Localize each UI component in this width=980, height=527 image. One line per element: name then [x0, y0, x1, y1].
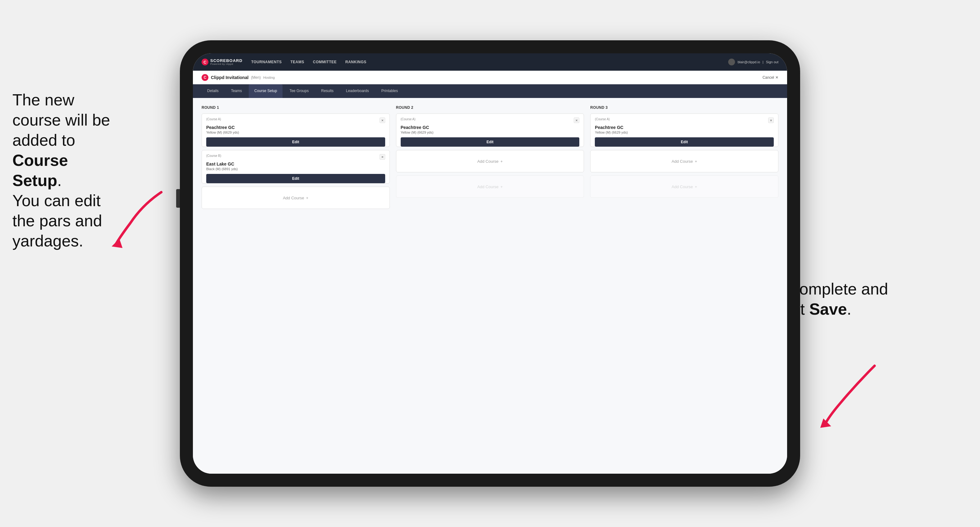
- round-2-add-course-button[interactable]: Add Course +: [396, 150, 584, 172]
- nav-logo-sub: Powered by clippd: [210, 63, 242, 65]
- round-2-add-plus-icon: +: [501, 159, 503, 163]
- round-3-add-plus-icon: +: [695, 159, 697, 163]
- round-1-column: Round 1 (Course A) ✕ Peachtree GC Yellow…: [202, 105, 390, 212]
- round-3-course-a-name: Peachtree GC: [595, 125, 774, 130]
- nav-link-tournaments[interactable]: TOURNAMENTS: [251, 59, 282, 65]
- round-3-course-a-card: (Course A) ✕ Peachtree GC Yellow (M) (66…: [590, 113, 778, 147]
- tournament-title: Clippd Invitational: [211, 75, 248, 80]
- round-3-course-a-tag: (Course A): [595, 117, 610, 121]
- course-a-edit-button[interactable]: Edit: [206, 137, 385, 147]
- round-2-course-a-card: (Course A) ✕ Peachtree GC Yellow (M) (66…: [396, 113, 584, 147]
- tab-printables[interactable]: Printables: [376, 84, 404, 98]
- tablet-device: C SCOREBOARD Powered by clippd TOURNAMEN…: [180, 40, 800, 487]
- round-2-label: Round 2: [396, 105, 584, 110]
- round-2-add-course-disabled: Add Course +: [396, 175, 584, 198]
- round-1-add-plus-icon: +: [306, 195, 309, 200]
- svg-marker-1: [820, 419, 831, 428]
- annotation-right-bold: Save: [809, 300, 846, 318]
- round-3-course-a-details: Yellow (M) (6629 yds): [595, 130, 774, 134]
- tab-teams[interactable]: Teams: [226, 84, 248, 98]
- sign-out-link[interactable]: Sign out: [766, 60, 778, 64]
- cancel-button[interactable]: Cancel ✕: [763, 75, 778, 80]
- round-2-course-a-edit-button[interactable]: Edit: [401, 137, 580, 147]
- rounds-container: Round 1 (Course A) ✕ Peachtree GC Yellow…: [202, 105, 778, 212]
- tab-details[interactable]: Details: [202, 84, 224, 98]
- round-2-column: Round 2 (Course A) ✕ Peachtree GC Yellow…: [396, 105, 584, 212]
- round-1-add-course-label: Add Course: [283, 195, 304, 200]
- round-3-column: Round 3 (Course A) ✕ Peachtree GC Yellow…: [590, 105, 778, 212]
- tournament-gender: (Men): [251, 75, 261, 80]
- course-a-name: Peachtree GC: [206, 125, 385, 130]
- nav-link-rankings[interactable]: RANKINGS: [345, 59, 367, 65]
- nav-logo-text: SCOREBOARD: [210, 59, 242, 63]
- main-content: Round 1 (Course A) ✕ Peachtree GC Yellow…: [193, 98, 787, 474]
- round-3-course-a-delete-button[interactable]: ✕: [768, 117, 774, 123]
- nav-bar: C SCOREBOARD Powered by clippd TOURNAMEN…: [193, 53, 787, 71]
- course-b-card-header: (Course B) ✕: [206, 154, 385, 160]
- round-2-course-a-details: Yellow (M) (6629 yds): [401, 130, 580, 134]
- user-avatar: [728, 59, 735, 65]
- course-card-header: (Course A) ✕: [206, 117, 385, 123]
- user-email: blair@clippd.io: [738, 60, 760, 64]
- round-1-course-b-card: (Course B) ✕ East Lake GC Black (M) (689…: [202, 150, 390, 184]
- round-2-course-a-name: Peachtree GC: [401, 125, 580, 130]
- round-1-course-a-card: (Course A) ✕ Peachtree GC Yellow (M) (66…: [202, 113, 390, 147]
- hosting-badge: Hosting: [263, 76, 275, 79]
- round-3-label: Round 3: [590, 105, 778, 110]
- tab-tee-groups[interactable]: Tee Groups: [284, 84, 314, 98]
- nav-link-teams[interactable]: TEAMS: [291, 59, 305, 65]
- tabs-bar: Details Teams Course Setup Tee Groups Re…: [193, 84, 787, 98]
- round-3-add-course-button[interactable]: Add Course +: [590, 150, 778, 172]
- tablet-screen: C SCOREBOARD Powered by clippd TOURNAMEN…: [193, 53, 787, 474]
- round-3-add-course-label: Add Course: [672, 159, 693, 163]
- arrow-right-icon: [813, 360, 884, 431]
- nav-logo: C SCOREBOARD Powered by clippd: [202, 59, 242, 65]
- round-3-add-course-disabled: Add Course +: [590, 175, 778, 198]
- course-b-edit-button[interactable]: Edit: [206, 174, 385, 183]
- round-2-course-header: (Course A) ✕: [401, 117, 580, 123]
- tab-results[interactable]: Results: [315, 84, 339, 98]
- round-1-label: Round 1: [202, 105, 390, 110]
- sub-header-left: C Clippd Invitational (Men) Hosting: [202, 74, 275, 81]
- nav-right: blair@clippd.io | Sign out: [728, 59, 778, 65]
- course-a-details: Yellow (M) (6629 yds): [206, 130, 385, 134]
- tab-leaderboards[interactable]: Leaderboards: [340, 84, 374, 98]
- course-b-name: East Lake GC: [206, 162, 385, 167]
- course-b-tag: (Course B): [206, 154, 221, 157]
- nav-separator: |: [763, 60, 764, 64]
- annotation-right: Complete and hit Save.: [788, 279, 899, 319]
- round-3-course-header: (Course A) ✕: [595, 117, 774, 123]
- course-a-tag: (Course A): [206, 117, 221, 121]
- course-a-delete-button[interactable]: ✕: [380, 117, 385, 123]
- round-1-add-course-button[interactable]: Add Course +: [202, 187, 390, 209]
- tab-course-setup[interactable]: Course Setup: [249, 84, 283, 98]
- annotation-left-bold: Course Setup: [13, 151, 68, 189]
- course-b-details: Black (M) (6891 yds): [206, 167, 385, 171]
- round-2-course-a-delete-button[interactable]: ✕: [574, 117, 579, 123]
- nav-link-committee[interactable]: COMMITTEE: [313, 59, 337, 65]
- sub-header: C Clippd Invitational (Men) Hosting Canc…: [193, 71, 787, 84]
- round-3-course-a-edit-button[interactable]: Edit: [595, 137, 774, 147]
- round-2-add-course-label: Add Course: [477, 159, 499, 163]
- annotation-left: The new course will be added to Course S…: [13, 90, 118, 251]
- logo-c-icon: C: [202, 59, 208, 65]
- round-2-course-a-tag: (Course A): [401, 117, 415, 121]
- nav-links: TOURNAMENTS TEAMS COMMITTEE RANKINGS: [251, 59, 729, 65]
- course-b-delete-button[interactable]: ✕: [380, 154, 385, 160]
- tablet-side-button: [176, 189, 180, 208]
- sub-header-logo: C: [202, 74, 208, 81]
